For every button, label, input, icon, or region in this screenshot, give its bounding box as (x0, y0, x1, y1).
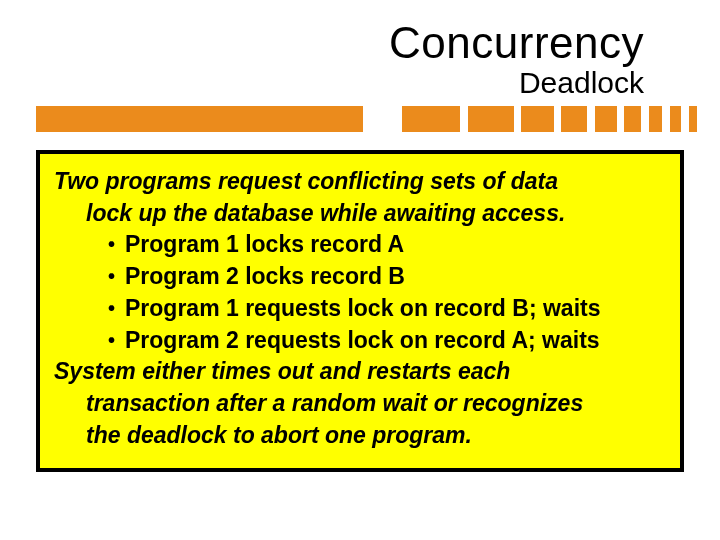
bullet-item: • Program 1 requests lock on record B; w… (54, 293, 666, 325)
content-box: Two programs request conflicting sets of… (36, 150, 684, 472)
slide-subtitle: Deadlock (36, 66, 684, 100)
bullet-item: • Program 2 requests lock on record A; w… (54, 325, 666, 357)
para2-line3: the deadlock to abort one program. (54, 420, 666, 452)
para2-line2: transaction after a random wait or recog… (54, 388, 666, 420)
bullet-text: Program 1 locks record A (125, 229, 404, 261)
accent-stripes (36, 106, 684, 132)
para1-line2: lock up the database while awaiting acce… (54, 198, 666, 230)
bullet-icon: • (108, 298, 115, 318)
para2-line1: System either times out and restarts eac… (54, 356, 666, 388)
bullet-item: • Program 1 locks record A (54, 229, 666, 261)
slide: Concurrency Deadlock Two programs reques… (0, 0, 720, 540)
bullet-icon: • (108, 266, 115, 286)
bullet-icon: • (108, 234, 115, 254)
para1-line1: Two programs request conflicting sets of… (54, 166, 666, 198)
bullet-icon: • (108, 330, 115, 350)
bullet-text: Program 2 requests lock on record A; wai… (125, 325, 600, 357)
bullet-text: Program 1 requests lock on record B; wai… (125, 293, 600, 325)
slide-title: Concurrency (36, 18, 684, 68)
bullet-item: • Program 2 locks record B (54, 261, 666, 293)
bullet-text: Program 2 locks record B (125, 261, 405, 293)
